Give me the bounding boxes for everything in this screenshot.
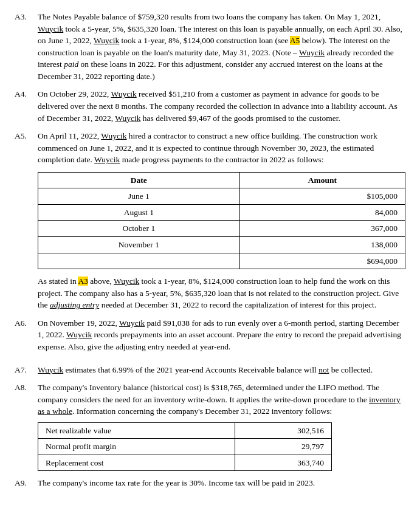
a8-row2-label: Normal profit margin	[38, 439, 235, 455]
a7-paragraph: Wuycik estimates that 6.99% of the 2021 …	[38, 364, 405, 376]
section-label-a4: A4.	[15, 88, 38, 124]
a8-inventory-table: Net realizable value 302,516 Normal prof…	[38, 422, 332, 472]
a5-amount-3: 367,000	[239, 221, 405, 237]
a8-paragraph: The company's Inventory balance (histori…	[38, 382, 405, 417]
a5-table-header-date: Date	[38, 172, 240, 188]
a4-wuycik-1: Wuycik	[111, 89, 137, 98]
a5-paragraph-1: On April 11, 2022, Wuycik hired a contra…	[38, 130, 405, 166]
a6-paragraph: On November 19, 2022, Wuycik paid $91,03…	[38, 317, 405, 353]
a5-total-row: $694,000	[38, 253, 405, 269]
a7-not: not	[318, 365, 329, 374]
section-a9: A9. The company's income tax rate for th…	[15, 477, 405, 489]
section-label-a9: A9.	[15, 477, 38, 489]
a8-row3-label: Replacement cost	[38, 455, 235, 471]
a5-payments-table: Date Amount June 1 $105,000 August 1 84,…	[38, 172, 405, 269]
a3-wuycik-1: Wuycik	[38, 24, 63, 33]
section-a6: A6. On November 19, 2022, Wuycik paid $9…	[15, 317, 405, 358]
section-label-a8: A8.	[15, 382, 38, 471]
section-label-a5: A5.	[15, 130, 38, 311]
a3-paid: paid	[64, 60, 78, 69]
a8-row1-label: Net realizable value	[38, 422, 235, 439]
section-content-a7: Wuycik estimates that 6.99% of the 2021 …	[38, 364, 405, 376]
a5-wuycik-3: Wuycik	[114, 277, 139, 286]
section-content-a5: On April 11, 2022, Wuycik hired a contra…	[38, 130, 405, 311]
table-row: November 1 138,000	[38, 237, 405, 253]
a6-wuycik-1: Wuycik	[119, 318, 145, 328]
a5-total-amount: $694,000	[239, 253, 405, 269]
section-label-a6: A6.	[15, 317, 38, 358]
section-content-a6: On November 19, 2022, Wuycik paid $91,03…	[38, 317, 405, 358]
section-a3: A3. The Notes Payable balance of $759,32…	[15, 11, 405, 82]
section-label-a7: A7.	[15, 364, 38, 376]
section-a7: A7. Wuycik estimates that 6.99% of the 2…	[15, 364, 405, 376]
table-row: August 1 84,000	[38, 204, 405, 221]
a5-paragraph-2: As stated in A3 above, Wuycik took a 1-y…	[38, 275, 405, 311]
a5-wuycik-1: Wuycik	[101, 131, 126, 140]
a3-a5-ref: A5	[290, 36, 300, 45]
table-row: Replacement cost 363,740	[38, 455, 332, 471]
a5-date-1: June 1	[38, 188, 240, 205]
a5-date-3: October 1	[38, 221, 240, 237]
a4-wuycik-2: Wuycik	[115, 114, 140, 123]
a7-wuycik: Wuycik	[38, 365, 63, 374]
a6-wuycik-2: Wuycik	[66, 330, 92, 339]
table-row: June 1 $105,000	[38, 188, 405, 205]
a8-row3-value: 363,740	[235, 455, 332, 471]
a5-a3-ref: A3	[78, 277, 88, 286]
section-a8: A8. The company's Inventory balance (his…	[15, 382, 405, 471]
section-content-a4: On October 29, 2022, Wuycik received $51…	[38, 88, 405, 124]
a8-row1-value: 302,516	[235, 422, 332, 439]
a3-wuycik-2: Wuycik	[94, 36, 119, 45]
a5-date-2: August 1	[38, 204, 240, 221]
a8-inventory: inventory as a whole	[38, 395, 401, 416]
section-content-a9: The company's income tax rate for the ye…	[38, 477, 405, 489]
a8-row2-value: 29,797	[235, 439, 332, 455]
a5-table-header-amount: Amount	[239, 172, 405, 188]
a5-adjusting-entry: adjusting entry	[50, 300, 99, 309]
a5-total-label	[38, 253, 240, 269]
a3-paragraph: The Notes Payable balance of $759,320 re…	[38, 11, 405, 82]
a5-wuycik-2: Wuycik	[94, 155, 120, 164]
a3-wuycik-3: Wuycik	[299, 48, 325, 57]
a5-amount-2: 84,000	[239, 204, 405, 221]
a5-amount-1: $105,000	[239, 188, 405, 205]
section-content-a8: The company's Inventory balance (histori…	[38, 382, 405, 471]
table-row: October 1 367,000	[38, 221, 405, 237]
a5-date-4: November 1	[38, 237, 240, 253]
section-a5: A5. On April 11, 2022, Wuycik hired a co…	[15, 130, 405, 311]
section-a4: A4. On October 29, 2022, Wuycik received…	[15, 88, 405, 124]
section-label-a3: A3.	[15, 11, 38, 82]
section-content-a3: The Notes Payable balance of $759,320 re…	[38, 11, 405, 82]
table-row: Net realizable value 302,516	[38, 422, 332, 439]
a4-paragraph: On October 29, 2022, Wuycik received $51…	[38, 88, 405, 124]
a9-paragraph: The company's income tax rate for the ye…	[38, 477, 405, 489]
a5-amount-4: 138,000	[239, 237, 405, 253]
table-row: Normal profit margin 29,797	[38, 439, 332, 455]
